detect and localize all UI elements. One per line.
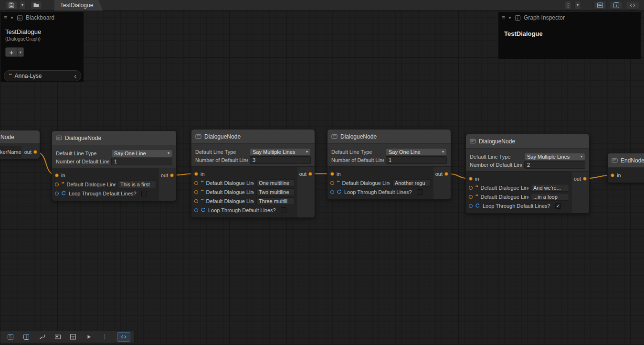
dialogue-node[interactable]: DialogueNodeDefault Line TypeSay Multipl… [465,134,590,214]
line-text-field[interactable]: Another regu [392,179,431,187]
chevron-down-icon: ▾ [306,150,308,154]
editor-window: Node kerName out [0,0,644,345]
end-node[interactable]: EndNode in [607,153,644,183]
loop-checkbox[interactable] [141,191,147,196]
in-port[interactable] [194,172,198,176]
enum-dropdown[interactable]: Say Multiple Lines▾ [250,148,311,156]
collapse-triangle-icon[interactable]: ▼ [10,16,14,20]
loop-port[interactable] [55,192,59,195]
out-port-row: out [297,169,315,178]
out-port[interactable] [33,150,37,154]
in-port[interactable] [469,177,473,181]
speaker-node-partial[interactable]: Node kerName out [0,130,40,159]
out-port[interactable] [170,173,174,177]
blackboard-header[interactable]: ≡ ▼ Blackboard [0,12,84,23]
line-port[interactable] [194,181,198,185]
collapse-triangle-icon[interactable]: ▼ [508,16,512,20]
dialogue-node-icon [331,133,338,140]
bottombar-board-button[interactable] [67,332,80,342]
chevron-left-icon[interactable]: ‹ [74,73,76,79]
enum-dropdown[interactable]: Say One Line▾ [386,148,447,156]
chevron-down-icon: ▾ [168,151,169,155]
line-text-field[interactable]: ...in a loop [531,193,569,201]
property-label: Default Line Type [56,151,109,156]
line-text-field[interactable]: One multiline [256,179,295,187]
out-port[interactable] [308,172,312,176]
quote-icon: “ [9,74,12,78]
number-field[interactable]: 2 [524,161,585,169]
node-title: DialogueNode [204,133,241,140]
out-port[interactable] [583,177,587,181]
input-ports: in [608,168,644,183]
graph-inspector-header[interactable]: ≡ ▼ Graph Inspector [498,12,641,23]
line-port[interactable] [55,183,59,186]
enum-dropdown[interactable]: Say One Line▾ [111,150,172,157]
node-title-bar[interactable]: DialogueNode [466,134,589,149]
dialogue-node-icon [470,138,476,144]
toggle-blackboard-button[interactable] [593,1,607,10]
number-field[interactable]: 1 [386,156,447,164]
line-text-field[interactable]: Three multili [256,197,295,205]
line-port[interactable] [469,195,473,199]
dialogue-node[interactable]: DialogueNodeDefault Line TypeSay One Lin… [52,130,177,201]
line-port[interactable] [469,186,473,190]
bottombar-tools-button[interactable] [36,332,48,342]
number-field[interactable]: 1 [111,158,172,165]
add-property-dropdown[interactable]: ▾ [18,47,24,57]
save-button[interactable] [6,1,17,10]
bottombar-play-button[interactable] [83,332,95,342]
bottombar-blackboard-button[interactable] [4,332,17,342]
dialogue-node[interactable]: DialogueNodeDefault Line TypeSay Multipl… [191,129,315,218]
loop-checkbox[interactable] [417,189,422,195]
node-title-bar[interactable]: DialogueNode [327,129,451,144]
save-dropdown-button[interactable]: ▾ [19,1,26,10]
bottombar-minimap-button[interactable] [52,332,64,342]
bottombar-inspector-button[interactable] [20,332,32,342]
code-panel-icon [120,334,127,340]
graph-name: TestDialogue [5,28,84,35]
in-port[interactable] [611,173,614,177]
loop-checkbox[interactable] [281,207,286,213]
open-asset-button[interactable] [31,1,42,10]
line-text-field[interactable]: This is a first [118,181,156,188]
loop-port[interactable] [194,208,198,212]
node-title-bar[interactable]: EndNode [608,153,644,168]
number-field[interactable]: 3 [250,156,311,164]
toggle-code-panel-button[interactable] [626,1,639,10]
menu-dropdown-button[interactable]: ▾ [574,1,581,10]
add-property-button[interactable]: + [5,47,18,57]
dialogue-node[interactable]: DialogueNodeDefault Line TypeSay One Lin… [327,129,451,200]
graph-tab[interactable]: TestDialogue [54,0,103,11]
in-port[interactable] [330,172,334,176]
line-port[interactable] [330,181,334,185]
bottombar-code-panel-button[interactable] [117,332,130,342]
enum-dropdown[interactable]: Say Multiple Lines▾ [524,153,585,161]
loop-port[interactable] [330,190,334,194]
bottom-toolbar: ⋮ [0,331,135,343]
in-port-label: in [201,171,205,177]
blackboard-icon [597,2,603,9]
out-port[interactable] [444,172,448,176]
line-text-field[interactable]: Two multiline [256,188,295,196]
chevron-down-icon: ▾ [20,50,21,54]
node-title-bar[interactable]: DialogueNode [52,131,176,145]
node-title-bar[interactable]: DialogueNode [191,129,315,144]
in-port-label: in [475,176,479,182]
line-text-field[interactable]: And we're... [531,184,569,192]
input-ports: in“Default Dialogue Line 1And we're...“D… [466,172,572,213]
bottombar-overflow-button[interactable]: ⋮ [98,332,111,342]
blackboard-field[interactable]: “ Anna-Lyse ‹ [4,70,81,81]
save-icon [8,2,15,9]
line-port[interactable] [194,199,198,203]
blackboard-icon [17,15,23,21]
in-port[interactable] [55,173,59,177]
overflow-menu-button[interactable]: ⋮ [565,1,571,10]
loop-icon [337,189,342,194]
node-properties: Default Line TypeSay Multiple Lines▾Numb… [191,144,315,166]
loop-port[interactable] [469,204,473,208]
loop-checkbox[interactable]: ✓ [555,203,561,209]
node-title-bar[interactable]: Node [0,130,40,144]
add-property-group: + ▾ [5,47,84,57]
line-port[interactable] [194,190,198,194]
toggle-inspector-button[interactable] [610,1,623,10]
